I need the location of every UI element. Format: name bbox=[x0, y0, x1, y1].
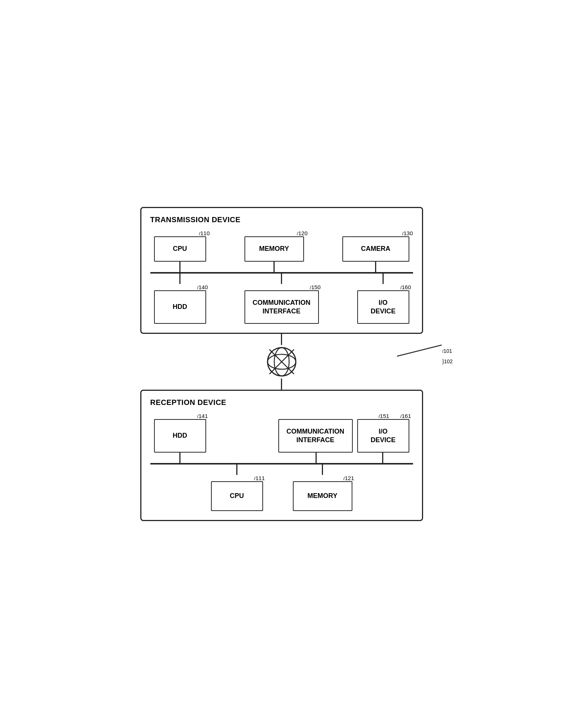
network-symbol bbox=[265, 345, 298, 379]
cpu-tx-connector bbox=[179, 262, 180, 272]
hdd-rx-group: /141 HDD bbox=[154, 413, 206, 463]
network-ref-102: }102 bbox=[442, 358, 452, 364]
rx-top-row: /141 HDD /151 /161 COMMUNICATION INTERFA… bbox=[150, 413, 413, 463]
transmission-device-box: TRANSMISSION DEVICE /110 CPU /120 MEMORY bbox=[140, 207, 423, 334]
rx-bus-line bbox=[150, 463, 413, 464]
io-rx-connector bbox=[382, 453, 383, 463]
memory-rx-box: MEMORY bbox=[293, 481, 352, 511]
cpu-rx-box: CPU bbox=[211, 481, 263, 511]
io-rx-box: I/O DEVICE bbox=[357, 419, 409, 453]
camera-tx-box: CAMERA bbox=[342, 236, 409, 262]
middle-section: /101 }102 bbox=[140, 334, 423, 390]
cpu-tx-group: /110 CPU bbox=[154, 230, 206, 272]
hdd-rx-connector bbox=[179, 453, 180, 463]
hdd-rx-ref: /141 bbox=[197, 413, 208, 419]
comm-iface-tx-ref: /150 bbox=[310, 284, 321, 290]
cpu-tx-ref: /110 bbox=[199, 230, 210, 236]
comm-io-rx-row: COMMUNICATION INTERFACE I/O DEVICE bbox=[278, 419, 409, 453]
comm-rx-connector bbox=[316, 453, 317, 463]
comm-iface-rx-box: COMMUNICATION INTERFACE bbox=[278, 419, 353, 453]
hdd-rx-box: HDD bbox=[154, 419, 206, 453]
hdd-tx-connector-top bbox=[179, 274, 180, 284]
rx-bottom-connectors bbox=[278, 453, 409, 463]
network-refs: /101 }102 bbox=[420, 355, 430, 368]
hdd-tx-box: HDD bbox=[154, 290, 206, 324]
comm-iface-tx-box: COMMUNICATION INTERFACE bbox=[244, 290, 319, 324]
tx-bus-line bbox=[150, 272, 413, 274]
comm-iface-tx-group: /150 COMMUNICATION INTERFACE bbox=[244, 274, 319, 324]
hdd-tx-group: /140 HDD bbox=[154, 274, 206, 324]
memory-tx-box: MEMORY bbox=[244, 236, 304, 262]
cpu-rx-ref: /111 bbox=[254, 475, 265, 481]
io-tx-group: /160 I/O DEVICE bbox=[357, 274, 409, 324]
io-to-brace-line bbox=[397, 334, 471, 379]
cpu-tx-box: CPU bbox=[154, 236, 206, 262]
top-network-connector bbox=[281, 334, 282, 345]
memory-rx-connector bbox=[322, 464, 323, 475]
reception-device-label: RECEPTION DEVICE bbox=[150, 398, 413, 407]
camera-tx-group: /130 CAMERA bbox=[342, 230, 409, 272]
cpu-rx-connector bbox=[236, 464, 237, 475]
rx-bottom-row: /111 CPU /121 MEMORY bbox=[150, 464, 413, 511]
camera-tx-ref: /130 bbox=[402, 230, 413, 236]
io-tx-ref: /160 bbox=[400, 284, 411, 290]
reception-device-box: RECEPTION DEVICE /141 HDD /151 /161 bbox=[140, 390, 423, 521]
memory-rx-ref: /121 bbox=[343, 475, 354, 481]
svg-line-5 bbox=[397, 345, 442, 356]
io-tx-box: I/O DEVICE bbox=[357, 290, 409, 324]
cpu-rx-group: /111 CPU bbox=[211, 464, 263, 511]
network-ref-101: /101 bbox=[442, 348, 452, 354]
memory-rx-group: /121 MEMORY bbox=[293, 464, 352, 511]
comm-iface-tx-connector-top bbox=[281, 274, 282, 284]
comm-iface-rx-group: /151 /161 COMMUNICATION INTERFACE I/O DE… bbox=[278, 413, 409, 463]
memory-tx-group: /120 MEMORY bbox=[244, 230, 304, 272]
comm-iface-rx-refs: /151 /161 bbox=[378, 413, 411, 419]
camera-tx-connector bbox=[375, 262, 376, 272]
memory-tx-ref: /120 bbox=[297, 230, 308, 236]
transmission-device-label: TRANSMISSION DEVICE bbox=[150, 215, 413, 224]
hdd-tx-ref: /140 bbox=[197, 284, 208, 290]
bottom-network-connector bbox=[281, 379, 282, 390]
io-tx-connector-top bbox=[383, 274, 384, 284]
memory-tx-connector bbox=[273, 262, 275, 272]
network-connector-group bbox=[265, 334, 298, 390]
diagram-container: TRANSMISSION DEVICE /110 CPU /120 MEMORY bbox=[140, 207, 423, 521]
